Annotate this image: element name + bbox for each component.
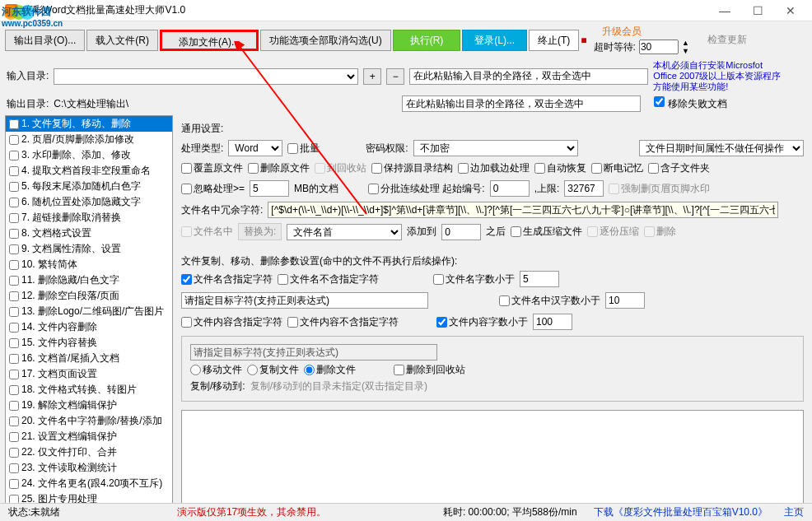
sidebar-item-24[interactable]: 24. 文件名更名(跟4.20项不互斥) (6, 476, 172, 491)
date-attr-select[interactable]: 文件日期时间属性不做任何操作 (639, 140, 804, 156)
sidebar-checkbox-19[interactable] (9, 401, 19, 411)
sidebar-checkbox-22[interactable] (9, 448, 19, 458)
fileprefix-select[interactable]: 文件名首 (287, 224, 402, 240)
sidebar-item-3[interactable]: 3. 水印删除、添加、修改 (6, 147, 172, 163)
output-path-field[interactable] (402, 95, 641, 112)
nochar-checkbox[interactable] (278, 274, 288, 285)
contentno-checkbox[interactable] (287, 317, 298, 328)
delrecycle-checkbox[interactable] (394, 365, 404, 375)
proc-type-select[interactable]: Word (228, 140, 282, 156)
sidebar-item-7[interactable]: 7. 超链接删除取消替换 (6, 210, 172, 226)
delsrc-checkbox[interactable] (248, 163, 259, 174)
check-update-link[interactable]: 检查更新 (707, 33, 747, 47)
breakmem-checkbox[interactable] (591, 163, 602, 174)
sidebar-checkbox-6[interactable] (9, 198, 19, 207)
sidebar-item-12[interactable]: 12. 删除空白段落/页面 (6, 288, 172, 304)
login-button[interactable]: 登录(L)... (462, 30, 527, 51)
sidebar-checkbox-8[interactable] (9, 229, 19, 239)
sidebar-item-15[interactable]: 15. 文件内容替换 (6, 335, 172, 351)
sidebar-checkbox-1[interactable] (9, 119, 19, 129)
input-dir-select[interactable] (54, 68, 358, 85)
sidebar-item-4[interactable]: 4. 提取文档首段非空段重命名 (6, 163, 172, 179)
sidebar-item-19[interactable]: 19. 解除文档编辑保护 (6, 398, 172, 413)
timeout-input[interactable] (639, 40, 679, 54)
batch-checkbox[interactable] (287, 143, 298, 154)
addpos-input[interactable] (441, 224, 481, 240)
sidebar-item-6[interactable]: 6. 随机位置处添加隐藏文字 (6, 194, 172, 210)
target-input[interactable] (181, 292, 428, 309)
split-checkbox[interactable] (368, 184, 379, 194)
sidebar-item-9[interactable]: 9. 文档属性清除、设置 (6, 241, 172, 257)
sidebar-item-14[interactable]: 14. 文件内容删除 (6, 319, 172, 335)
sidebar-item-22[interactable]: 22. 仅文件打印、合并 (6, 444, 172, 460)
load-file-button[interactable]: 载入文件(R) (86, 30, 158, 51)
add-dir-button[interactable]: + (363, 68, 381, 85)
sidebar-item-20[interactable]: 20. 文件名中字符删除/替换/添加 (6, 413, 172, 429)
sidebar-checkbox-24[interactable] (9, 479, 19, 489)
sidebar-item-5[interactable]: 5. 每段末尾添加随机白色字 (6, 179, 172, 194)
sidebar-item-13[interactable]: 13. 删除Logo/二维码图/广告图片 (6, 304, 172, 319)
autorecover-checkbox[interactable] (534, 163, 545, 174)
upgrade-link[interactable]: 升级会员 (602, 25, 689, 39)
home-link[interactable]: 主页 (784, 505, 804, 519)
sidebar-checkbox-14[interactable] (9, 323, 19, 333)
pwd-select[interactable]: 不加密 (413, 140, 578, 156)
sidebar-checkbox-20[interactable] (9, 416, 19, 426)
split-start-input[interactable] (490, 180, 530, 197)
sidebar-item-8[interactable]: 8. 文档格式设置 (6, 226, 172, 241)
subfolder-checkbox[interactable] (648, 163, 659, 174)
minimize-button[interactable]: — (708, 0, 741, 21)
sidebar-item-16[interactable]: 16. 文档首/尾插入文档 (6, 351, 172, 366)
sidebar-item-10[interactable]: 10. 繁转简体 (6, 257, 172, 272)
haschar-checkbox[interactable] (181, 274, 192, 285)
sidebar-item-18[interactable]: 18. 文件格式转换、转图片 (6, 382, 172, 398)
function-list[interactable]: 1. 文件复制、移动、删除2. 页眉/页脚删除添加修改3. 水印删除、添加、修改… (5, 115, 173, 521)
add-file-button[interactable]: 添加文件(A)... (160, 30, 259, 51)
move-radio[interactable] (190, 365, 201, 375)
edgeload-checkbox[interactable] (458, 163, 469, 174)
stop-button[interactable]: 终止(T) (529, 30, 579, 51)
run-button[interactable]: 执行(R) (393, 30, 461, 51)
dest-placeholder[interactable]: 复制/移动到的目录未指定(双击指定目录) (250, 379, 427, 393)
output-dir-button[interactable]: 输出目录(O)... (5, 30, 85, 51)
sidebar-checkbox-18[interactable] (9, 385, 19, 395)
wordlt-input[interactable] (520, 271, 559, 287)
redundant-input[interactable] (268, 202, 778, 218)
sidebar-checkbox-13[interactable] (9, 307, 19, 317)
ignore-checkbox[interactable] (181, 184, 192, 194)
wordlt-checkbox[interactable] (433, 274, 444, 285)
sidebar-checkbox-5[interactable] (9, 182, 19, 192)
delete-radio[interactable] (304, 365, 315, 375)
remove-dir-button[interactable]: − (386, 68, 404, 85)
overwrite-checkbox[interactable] (181, 163, 192, 174)
sidebar-checkbox-7[interactable] (9, 213, 19, 223)
keepstruct-checkbox[interactable] (371, 163, 382, 174)
ignore-size-input[interactable] (250, 180, 289, 197)
cnlt-checkbox[interactable] (499, 295, 510, 306)
sidebar-checkbox-17[interactable] (9, 370, 19, 379)
download-link[interactable]: 下载《度彩文件批量处理百宝箱V10.0》 (594, 505, 768, 519)
contentlt-input[interactable] (533, 314, 572, 330)
sidebar-item-17[interactable]: 17. 文档页面设置 (6, 366, 172, 382)
sidebar-checkbox-11[interactable] (9, 276, 19, 286)
sidebar-item-11[interactable]: 11. 删除隐藏/白色文字 (6, 272, 172, 288)
sidebar-item-2[interactable]: 2. 页眉/页脚删除添加修改 (6, 132, 172, 147)
contentlt-checkbox[interactable] (436, 317, 447, 328)
maximize-button[interactable]: ☐ (741, 0, 774, 21)
close-button[interactable]: ✕ (774, 0, 807, 21)
sidebar-checkbox-9[interactable] (9, 244, 19, 254)
cnlt-input[interactable] (605, 292, 645, 309)
sidebar-item-1[interactable]: 1. 文件复制、移动、删除 (6, 116, 172, 132)
sidebar-checkbox-15[interactable] (9, 338, 19, 348)
remove-fail-checkbox[interactable] (654, 96, 665, 107)
input-path-field[interactable] (409, 68, 648, 85)
sidebar-checkbox-12[interactable] (9, 291, 19, 301)
sidebar-checkbox-21[interactable] (9, 432, 19, 442)
sidebar-item-21[interactable]: 21. 设置文档编辑保护 (6, 429, 172, 444)
sidebar-checkbox-16[interactable] (9, 354, 19, 364)
sidebar-checkbox-2[interactable] (9, 135, 19, 145)
sidebar-checkbox-4[interactable] (9, 166, 19, 176)
sidebar-item-23[interactable]: 23. 文件读取检测统计 (6, 460, 172, 476)
sidebar-checkbox-23[interactable] (9, 463, 19, 473)
copy-radio[interactable] (247, 365, 258, 375)
